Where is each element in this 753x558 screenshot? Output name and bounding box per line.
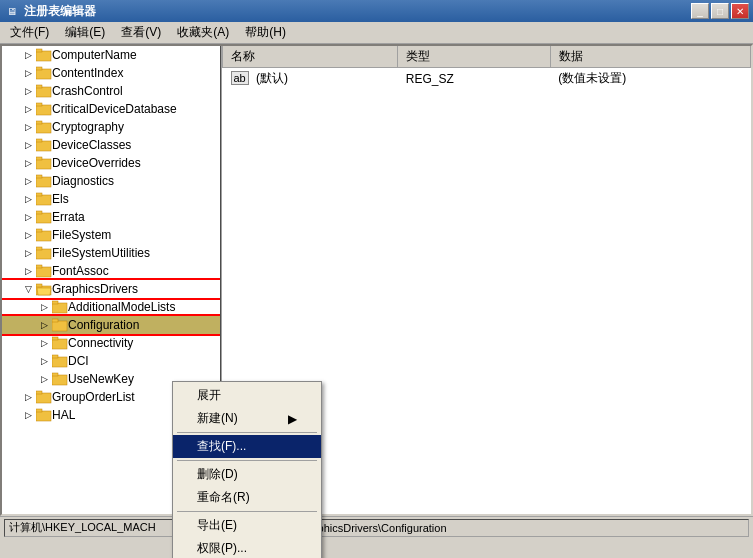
folder-icon bbox=[52, 318, 68, 332]
expand-icon: ▷ bbox=[20, 173, 36, 189]
tree-label-graphicsdrivers: GraphicsDrivers bbox=[52, 282, 138, 296]
ctx-new[interactable]: 新建(N) ▶ bbox=[173, 407, 321, 430]
folder-icon bbox=[36, 48, 52, 62]
svg-rect-27 bbox=[36, 284, 42, 287]
tree-item-filesystemutilities[interactable]: ▷ FileSystemUtilities bbox=[2, 244, 220, 262]
tree-item-filesystem[interactable]: ▷ FileSystem bbox=[2, 226, 220, 244]
ctx-permissions-label: 权限(P)... bbox=[197, 540, 247, 557]
svg-rect-16 bbox=[36, 195, 51, 205]
menu-view[interactable]: 查看(V) bbox=[113, 22, 169, 43]
tree-item-fontassoc[interactable]: ▷ FontAssoc bbox=[2, 262, 220, 280]
expand-icon: ▽ bbox=[20, 281, 36, 297]
col-name: 名称 bbox=[223, 46, 398, 68]
svg-rect-17 bbox=[36, 193, 42, 196]
expand-icon: ▷ bbox=[20, 101, 36, 117]
svg-rect-32 bbox=[52, 319, 58, 322]
tree-item-cryptography[interactable]: ▷ Cryptography bbox=[2, 118, 220, 136]
tree-item-els[interactable]: ▷ Els bbox=[2, 190, 220, 208]
folder-icon bbox=[36, 156, 52, 170]
svg-rect-13 bbox=[36, 157, 42, 160]
title-text: 注册表编辑器 bbox=[24, 3, 691, 20]
menu-edit[interactable]: 编辑(E) bbox=[57, 22, 113, 43]
ctx-expand-label: 展开 bbox=[197, 387, 221, 404]
expand-icon: ▷ bbox=[20, 227, 36, 243]
tree-label-els: Els bbox=[52, 192, 69, 206]
tree-item-crashcontrol[interactable]: ▷ CrashControl bbox=[2, 82, 220, 100]
status-path-right: Control\GraphicsDrivers\Configuration bbox=[256, 519, 749, 537]
tree-label-filesystem: FileSystem bbox=[52, 228, 111, 242]
ctx-separator-1 bbox=[177, 432, 317, 433]
tree-item-dci[interactable]: ▷ DCI bbox=[2, 352, 220, 370]
tree-item-deviceoverrides[interactable]: ▷ DeviceOverrides bbox=[2, 154, 220, 172]
tree-label-dci: DCI bbox=[68, 354, 89, 368]
folder-icon bbox=[36, 84, 52, 98]
menu-help[interactable]: 帮助(H) bbox=[237, 22, 294, 43]
svg-rect-2 bbox=[36, 69, 51, 79]
ctx-export[interactable]: 导出(E) bbox=[173, 514, 321, 537]
menu-file[interactable]: 文件(F) bbox=[2, 22, 57, 43]
svg-rect-6 bbox=[36, 105, 51, 115]
ctx-rename[interactable]: 重命名(R) bbox=[173, 486, 321, 509]
expand-icon: ▷ bbox=[20, 47, 36, 63]
app-icon: 🖥 bbox=[4, 3, 20, 19]
tree-item-connectivity[interactable]: ▷ Connectivity bbox=[2, 334, 220, 352]
reg-data-cell: (数值未设置) bbox=[550, 68, 750, 90]
reg-name: (默认) bbox=[256, 71, 288, 85]
expand-icon: ▷ bbox=[36, 335, 52, 351]
registry-table: 名称 类型 数据 ab (默认) REG_SZ (数值未设置) bbox=[222, 46, 751, 89]
reg-name-cell: ab (默认) bbox=[223, 68, 398, 90]
tree-item-graphicsdrivers[interactable]: ▽ GraphicsDrivers bbox=[2, 280, 220, 298]
ctx-separator-3 bbox=[177, 511, 317, 512]
tree-label-deviceoverrides: DeviceOverrides bbox=[52, 156, 141, 170]
folder-icon bbox=[36, 246, 52, 260]
tree-label-filesystemutilities: FileSystemUtilities bbox=[52, 246, 150, 260]
folder-icon bbox=[36, 192, 52, 206]
svg-rect-38 bbox=[52, 373, 58, 376]
svg-rect-31 bbox=[52, 321, 67, 331]
tree-item-criticaldevicedatabase[interactable]: ▷ CriticalDeviceDatabase bbox=[2, 100, 220, 118]
tree-label-diagnostics: Diagnostics bbox=[52, 174, 114, 188]
tree-item-configuration[interactable]: ▷ Configuration bbox=[2, 316, 220, 334]
expand-icon: ▷ bbox=[20, 263, 36, 279]
expand-icon: ▷ bbox=[20, 407, 36, 423]
ctx-permissions[interactable]: 权限(P)... bbox=[173, 537, 321, 558]
tree-label-connectivity: Connectivity bbox=[68, 336, 133, 350]
ctx-find-label: 查找(F)... bbox=[197, 438, 246, 455]
svg-rect-33 bbox=[52, 339, 67, 349]
folder-icon bbox=[36, 264, 52, 278]
tree-item-additionalmodelists[interactable]: ▷ AdditionalModeLists bbox=[2, 298, 220, 316]
expand-icon: ▷ bbox=[36, 317, 52, 333]
svg-marker-28 bbox=[37, 288, 51, 295]
close-button[interactable]: ✕ bbox=[731, 3, 749, 19]
svg-rect-0 bbox=[36, 51, 51, 61]
maximize-button[interactable]: □ bbox=[711, 3, 729, 19]
svg-rect-15 bbox=[36, 175, 42, 178]
tree-label-criticaldevicedatabase: CriticalDeviceDatabase bbox=[52, 102, 177, 116]
expand-icon: ▷ bbox=[20, 137, 36, 153]
tree-label-hal: HAL bbox=[52, 408, 75, 422]
tree-item-diagnostics[interactable]: ▷ Diagnostics bbox=[2, 172, 220, 190]
svg-rect-12 bbox=[36, 159, 51, 169]
minimize-button[interactable]: _ bbox=[691, 3, 709, 19]
expand-icon: ▷ bbox=[20, 65, 36, 81]
registry-row[interactable]: ab (默认) REG_SZ (数值未设置) bbox=[223, 68, 751, 90]
ctx-find[interactable]: 查找(F)... bbox=[173, 435, 321, 458]
tree-item-contentindex[interactable]: ▷ ContentIndex bbox=[2, 64, 220, 82]
ctx-delete[interactable]: 删除(D) bbox=[173, 463, 321, 486]
menu-favorites[interactable]: 收藏夹(A) bbox=[169, 22, 237, 43]
context-menu: 展开 新建(N) ▶ 查找(F)... 删除(D) 重命名(R) 导出(E) 权… bbox=[172, 381, 322, 558]
ctx-rename-label: 重命名(R) bbox=[197, 489, 250, 506]
svg-rect-23 bbox=[36, 247, 42, 250]
expand-icon: ▷ bbox=[20, 245, 36, 261]
tree-item-computername[interactable]: ▷ ComputerName bbox=[2, 46, 220, 64]
tree-item-deviceclasses[interactable]: ▷ DeviceClasses bbox=[2, 136, 220, 154]
tree-item-errata[interactable]: ▷ Errata bbox=[2, 208, 220, 226]
svg-rect-5 bbox=[36, 85, 42, 88]
expand-icon: ▷ bbox=[20, 155, 36, 171]
svg-rect-3 bbox=[36, 67, 42, 70]
svg-rect-40 bbox=[36, 391, 42, 394]
folder-icon bbox=[36, 408, 52, 422]
folder-icon bbox=[36, 102, 52, 116]
tree-label-errata: Errata bbox=[52, 210, 85, 224]
ctx-expand[interactable]: 展开 bbox=[173, 384, 321, 407]
